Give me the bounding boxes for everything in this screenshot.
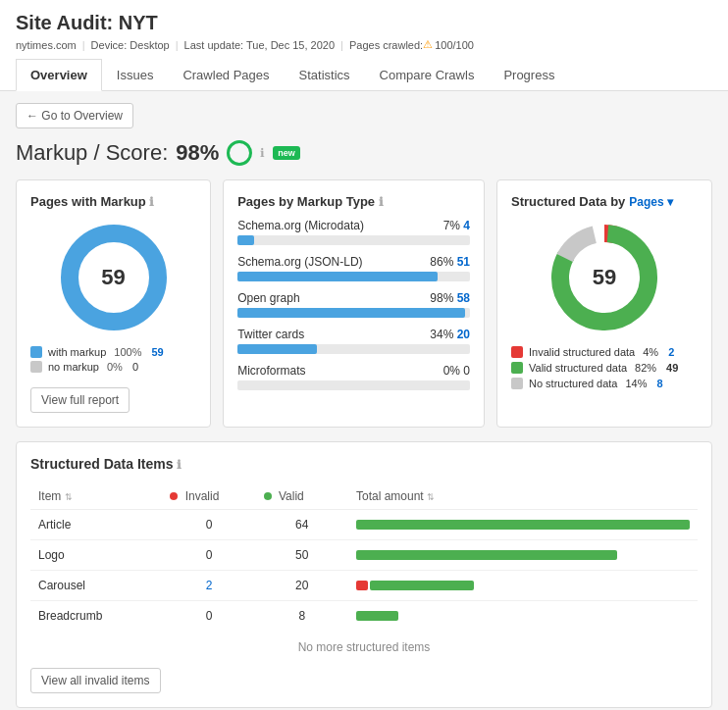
valid-bar [370, 581, 474, 590]
markup-bar-bg [237, 380, 470, 390]
last-update: Last update: Tue, Dec 15, 2020 [184, 39, 336, 51]
markup-type-label-microformats: Microformats 0% 0 [237, 364, 470, 378]
view-all-invalid-button[interactable]: View all invalid items [30, 668, 161, 693]
pages-with-markup-title: Pages with Markup ℹ [30, 194, 196, 209]
item-invalid: 0 [162, 601, 255, 632]
pages-crawled-label: Pages crawled: [349, 39, 423, 51]
markup-bar [237, 235, 254, 245]
structured-data-donut-label: 59 [593, 265, 616, 290]
domain: nytimes.com [16, 39, 77, 51]
valid-bar [356, 520, 690, 530]
structured-data-legend: Invalid structured data 4% 2 Valid struc… [511, 346, 698, 389]
item-valid: 8 [256, 601, 348, 632]
valid-dot-icon [264, 492, 272, 500]
main-content: ← Go to Overview Markup / Score: 98% ℹ n… [0, 91, 728, 710]
markup-type-label-microdata: Schema.org (Microdata) 7% 4 [237, 219, 470, 232]
sd-legend-invalid: Invalid structured data 4% 2 [511, 346, 698, 358]
structured-data-items-card: Structured Data Items ℹ Item ⇅ Invalid [16, 441, 712, 708]
tab-compare-crawls[interactable]: Compare Crawls [365, 59, 490, 90]
tab-statistics[interactable]: Statistics [285, 59, 365, 90]
valid-bar [356, 611, 398, 621]
item-name: Article [30, 510, 162, 540]
device: Device: Desktop [91, 39, 170, 51]
no-markup-label: no markup [48, 361, 99, 373]
donut-container: 59 [30, 219, 196, 336]
item-valid: 64 [256, 510, 348, 540]
structured-data-table: Item ⇅ Invalid Valid Total amount ⇅ [30, 483, 698, 631]
tab-progress[interactable]: Progress [489, 59, 569, 90]
structured-data-by-pages-card: Structured Data by Pages ▾ [496, 179, 712, 428]
separator: | [176, 39, 179, 51]
with-markup-dot [30, 346, 42, 358]
item-name: Breadcrumb [30, 601, 162, 632]
no-data-dot [511, 378, 523, 389]
col-header-invalid: Invalid [162, 483, 255, 510]
no-more-items-text: No more structured items [30, 631, 698, 658]
tab-issues[interactable]: Issues [102, 59, 169, 90]
markup-donut: 59 [55, 219, 173, 336]
pages-with-markup-card: Pages with Markup ℹ 59 with markup 100% [16, 179, 211, 428]
item-bar-cell [348, 571, 698, 601]
markup-type-row-microdata: Schema.org (Microdata) 7% 4 [237, 219, 470, 245]
pages-dropdown[interactable]: Pages ▾ [629, 195, 673, 209]
markup-donut-label: 59 [101, 265, 125, 290]
score-header: Markup / Score: 98% ℹ new [16, 140, 712, 166]
tab-crawled-pages[interactable]: Crawled Pages [168, 59, 284, 90]
valid-bar [356, 550, 617, 560]
cards-row: Pages with Markup ℹ 59 with markup 100% [16, 179, 712, 428]
item-name: Carousel [30, 571, 162, 601]
item-invalid: 0 [162, 540, 255, 571]
structured-data-donut-container: 59 [511, 219, 698, 336]
markup-type-label-opengraph: Open graph 98% 58 [237, 291, 470, 305]
invalid-dot-icon [170, 492, 178, 500]
sd-legend-no-data: No structured data 14% 8 [511, 378, 698, 389]
separator: | [340, 39, 343, 51]
item-bar-cell [348, 510, 698, 540]
score-value: 98% [176, 140, 219, 166]
markup-type-title: Pages by Markup Type ℹ [237, 194, 470, 209]
header: Site Audit: NYT nytimes.com | Device: De… [0, 0, 728, 91]
markup-bar-bg [237, 308, 470, 318]
markup-type-row-jsonld: Schema.org (JSON-LD) 86% 51 [237, 255, 470, 281]
markup-legend: with markup 100% 59 no markup 0% 0 [30, 346, 196, 373]
info-icon[interactable]: ℹ [260, 146, 265, 160]
item-valid: 50 [256, 540, 348, 571]
info-icon[interactable]: ℹ [177, 458, 182, 472]
no-markup-count: 0 [132, 361, 138, 373]
item-bar-cell [348, 601, 698, 632]
with-markup-pct: 100% [114, 346, 141, 358]
table-header-row: Item ⇅ Invalid Valid Total amount ⇅ [30, 483, 698, 510]
back-button[interactable]: ← Go to Overview [16, 103, 133, 128]
separator: | [82, 39, 85, 51]
invalid-dot [511, 346, 523, 358]
markup-type-row-twitter: Twitter cards 34% 20 [237, 328, 470, 354]
markup-bar-bg [237, 272, 470, 281]
table-row: Logo 0 50 [30, 540, 698, 571]
col-header-item[interactable]: Item ⇅ [30, 483, 162, 510]
tab-overview[interactable]: Overview [16, 59, 102, 91]
valid-dot [511, 362, 523, 374]
title-prefix: Site Audit: [16, 12, 113, 33]
title-name: NYT [119, 12, 158, 33]
invalid-link[interactable]: 2 [206, 579, 213, 592]
legend-item-no-markup: no markup 0% 0 [30, 361, 196, 373]
table-row: Breadcrumb 0 8 [30, 601, 698, 632]
markup-type-label-jsonld: Schema.org (JSON-LD) 86% 51 [237, 255, 470, 269]
with-markup-label: with markup [48, 346, 106, 358]
info-icon[interactable]: ℹ [379, 195, 384, 209]
warning-icon: ⚠ [423, 38, 433, 51]
markup-bar-bg [237, 344, 470, 354]
markup-type-row-opengraph: Open graph 98% 58 [237, 291, 470, 318]
col-header-total[interactable]: Total amount ⇅ [348, 483, 698, 510]
structured-data-donut: 59 [546, 219, 663, 336]
sort-icon: ⇅ [427, 492, 435, 502]
invalid-bar [356, 581, 368, 590]
view-full-report-button[interactable]: View full report [30, 387, 130, 413]
info-icon[interactable]: ℹ [149, 195, 154, 209]
markup-type-row-microformats: Microformats 0% 0 [237, 364, 470, 390]
site-meta: nytimes.com | Device: Desktop | Last upd… [16, 38, 712, 51]
sort-icon: ⇅ [65, 492, 73, 502]
tabs: Overview Issues Crawled Pages Statistics… [16, 59, 712, 90]
score-circle-icon [227, 140, 252, 166]
legend-item-with-markup: with markup 100% 59 [30, 346, 196, 358]
